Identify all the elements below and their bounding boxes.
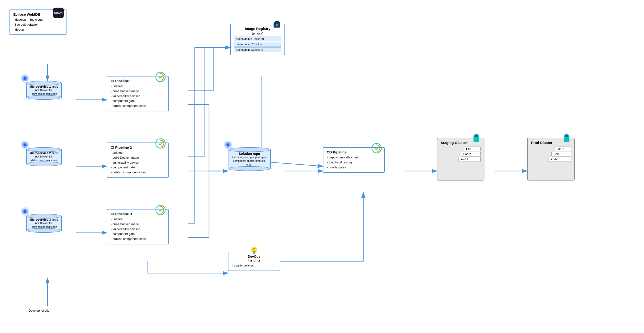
devops-insights-box: DevOpsInsights - quality policies [228, 252, 280, 271]
ci2-item2: - build Docker image [111, 155, 165, 160]
svg-point-13 [24, 77, 26, 80]
staging-pod2: Pod-2 [461, 152, 481, 156]
svg-point-23 [157, 140, 164, 147]
registry-icon [272, 20, 282, 30]
diagram-container: .arr { stroke: #4a90d9; stroke-width: 2.… [0, 0, 644, 333]
registry-tag1: project/micro1:build-m [234, 36, 281, 41]
registry-subtitle: (private) [234, 32, 281, 35]
cd-item1: - deploy umbrella chart [327, 155, 381, 160]
prod-icon [561, 134, 572, 144]
svg-point-41 [253, 248, 255, 249]
svg-rect-35 [474, 134, 478, 137]
prod-pods: Pod-1 Pod-2 Pod-3 [531, 146, 571, 162]
svg-point-31 [226, 144, 230, 146]
devops-icon [249, 246, 259, 256]
ci2-item5: - publish component chart [111, 170, 165, 175]
tekton1-icon [155, 72, 166, 82]
tekton-cd-icon [372, 143, 382, 154]
svg-rect-27 [275, 21, 279, 23]
ms3-icon [20, 207, 30, 216]
devops-item1: - quality policies [232, 263, 276, 268]
ci1-item2: - build Docker image [111, 89, 165, 94]
svg-point-25 [157, 207, 164, 213]
ci2-item3: - vulnerability advisor [111, 160, 165, 165]
svg-point-21 [157, 74, 164, 80]
svg-point-42 [253, 250, 255, 252]
staging-pod1: Pod-1 [464, 146, 481, 151]
ci1-item4: - component gate [111, 98, 165, 104]
registry-tag3: project/micro3:build-p [234, 48, 281, 52]
prod-cluster-box: Prod Cluster Pod-1 Pod-2 Pod-3 [527, 138, 575, 180]
svg-point-16 [24, 144, 26, 146]
prod-pod1: Pod-1 [554, 146, 571, 151]
registry-tag2: project/micro2:build-n [234, 42, 281, 47]
svg-point-33 [373, 145, 380, 152]
svg-point-19 [24, 210, 26, 213]
ci-pipeline-2-box: CI Pipeline 2 - unit test - build Docker… [107, 142, 168, 178]
ms1-sublabel: incl. Docker file,Helm component chart [31, 88, 57, 96]
ide-item-3: - debug [13, 27, 63, 32]
ci3-item4: - component gate [111, 232, 165, 236]
solution-label: Solution repo [239, 152, 260, 156]
solution-sublabel: incl. shared scripts, packagedcomponent … [230, 156, 268, 166]
cd-item2: - functional testing [327, 160, 381, 165]
ci-pipeline-3-box: CI Pipeline 3 - unit test - build Docker… [107, 209, 168, 244]
staging-cluster-box: Staging Cluster Pod-1 Pod-2 Pod-3 [437, 138, 484, 180]
microservice1-repo: Microservice 1 repo incl. Docker file,He… [26, 81, 62, 100]
ide-box: ORION Eclipse WebIDE - develop in the cl… [10, 10, 66, 35]
prod-pod2: Pod-2 [552, 152, 571, 156]
microservice2-repo: Microservice 2 repo incl. Docker file,He… [26, 147, 62, 166]
ci2-item1: - unit test [111, 150, 165, 155]
cd-pipeline-box: CD Pipeline - deploy umbrella chart - fu… [323, 147, 385, 173]
microservice3-repo: Microservice 3 repo incl. Docker file,He… [26, 214, 62, 233]
ci1-item5: - publish component chart [111, 104, 165, 108]
ci3-item3: - vulnerability advisor [111, 227, 165, 232]
ci3-item1: - unit test [111, 217, 165, 222]
ci1-item3: - vulnerability advisor [111, 94, 165, 99]
ms2-icon [20, 140, 30, 150]
staging-icon [471, 134, 482, 144]
tekton3-icon [155, 205, 166, 215]
ci2-item4: - component gate [111, 165, 165, 170]
cd-item3: - quality gates [327, 165, 381, 170]
staging-pod3: Pod-3 [458, 157, 481, 162]
ide-item-1: - develop in the cloud [13, 17, 63, 22]
svg-rect-40 [253, 253, 255, 254]
ms1-icon [20, 74, 30, 83]
orion-icon: ORION [53, 8, 64, 18]
develop-locally-label: Develop locally [28, 309, 49, 312]
solution-repo: Solution repo incl. shared scripts, pack… [228, 147, 271, 171]
ci3-item2: - build Docker image [111, 222, 165, 227]
svg-rect-37 [565, 134, 568, 137]
ms2-sublabel: incl. Docker file,Helm component chart [31, 155, 57, 162]
tekton2-icon [155, 138, 166, 149]
ci-pipeline-1-box: CI Pipeline 1 - unit test - build Docker… [107, 76, 168, 112]
svg-rect-39 [253, 252, 256, 253]
staging-pods: Pod-1 Pod-2 Pod-3 [441, 146, 481, 162]
svg-rect-28 [276, 24, 278, 26]
ci3-item5: - publish component chart [111, 236, 165, 242]
image-registry-box: Image Registry (private) project/micro1:… [230, 24, 285, 55]
ci1-item1: - unit test [111, 84, 165, 89]
prod-pod3: Pod-3 [548, 157, 571, 162]
ide-item-2: - live edit, refactor [13, 22, 63, 27]
ms3-sublabel: incl. Docker file,Helm component chart [31, 221, 57, 229]
